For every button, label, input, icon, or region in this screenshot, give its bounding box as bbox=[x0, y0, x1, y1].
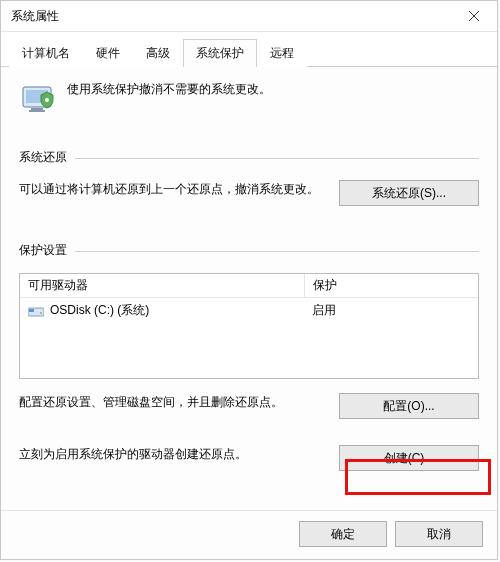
tab-remote[interactable]: 远程 bbox=[257, 39, 307, 67]
tab-content: 使用系统保护撤消不需要的系统更改。 系统还原 可以通过将计算机还原到上一个还原点… bbox=[1, 67, 497, 510]
intro-text: 使用系统保护撤消不需要的系统更改。 bbox=[67, 81, 271, 98]
configure-desc: 配置还原设置、管理磁盘空间，并且删除还原点。 bbox=[19, 393, 339, 412]
table-row[interactable]: OSDisk (C:) (系统) 启用 bbox=[20, 298, 478, 323]
divider bbox=[75, 251, 479, 252]
create-button[interactable]: 创建(C)... bbox=[339, 445, 479, 471]
svg-rect-4 bbox=[31, 108, 43, 110]
drive-name: OSDisk (C:) (系统) bbox=[50, 302, 149, 319]
cancel-button[interactable]: 取消 bbox=[395, 521, 483, 547]
tab-system-protection[interactable]: 系统保护 bbox=[183, 39, 257, 67]
drive-cell: OSDisk (C:) (系统) bbox=[20, 300, 304, 321]
close-button[interactable] bbox=[451, 1, 497, 31]
tab-bar: 计算机名 硬件 高级 系统保护 远程 bbox=[1, 32, 497, 67]
group-system-restore-header: 系统还原 bbox=[19, 149, 479, 166]
shield-monitor-icon bbox=[19, 81, 55, 117]
system-properties-window: 系统属性 计算机名 硬件 高级 系统保护 远程 bbox=[0, 0, 498, 560]
group-system-restore-title: 系统还原 bbox=[19, 149, 67, 166]
svg-rect-8 bbox=[29, 309, 34, 312]
svg-point-9 bbox=[40, 312, 42, 314]
close-icon bbox=[469, 11, 479, 21]
hdd-icon bbox=[28, 305, 44, 317]
system-restore-button[interactable]: 系统还原(S)... bbox=[339, 180, 479, 206]
dialog-footer: 确定 取消 bbox=[1, 510, 497, 559]
system-restore-desc: 可以通过将计算机还原到上一个还原点，撤消系统更改。 bbox=[19, 180, 339, 199]
tab-advanced[interactable]: 高级 bbox=[133, 39, 183, 67]
divider bbox=[75, 158, 479, 159]
tab-computer-name[interactable]: 计算机名 bbox=[9, 39, 83, 67]
drive-table[interactable]: 可用驱动器 保护 OSDisk (C:) (系统) 启用 bbox=[19, 273, 479, 379]
svg-point-6 bbox=[45, 98, 49, 102]
col-drive-header[interactable]: 可用驱动器 bbox=[20, 274, 305, 297]
drive-status: 启用 bbox=[304, 300, 478, 321]
tab-hardware[interactable]: 硬件 bbox=[83, 39, 133, 67]
window-title: 系统属性 bbox=[11, 8, 59, 25]
configure-button[interactable]: 配置(O)... bbox=[339, 393, 479, 419]
titlebar: 系统属性 bbox=[1, 1, 497, 32]
create-row: 立刻为启用系统保护的驱动器创建还原点。 创建(C)... bbox=[19, 445, 479, 471]
titlebar-buttons bbox=[451, 1, 497, 31]
col-status-header[interactable]: 保护 bbox=[305, 274, 478, 297]
group-protection-title: 保护设置 bbox=[19, 242, 67, 259]
system-restore-row: 可以通过将计算机还原到上一个还原点，撤消系统更改。 系统还原(S)... bbox=[19, 180, 479, 206]
ok-button[interactable]: 确定 bbox=[299, 521, 387, 547]
drive-table-header: 可用驱动器 保护 bbox=[20, 274, 478, 298]
intro-row: 使用系统保护撤消不需要的系统更改。 bbox=[19, 81, 479, 117]
svg-rect-5 bbox=[29, 110, 45, 112]
group-protection-header: 保护设置 bbox=[19, 242, 479, 259]
configure-row: 配置还原设置、管理磁盘空间，并且删除还原点。 配置(O)... bbox=[19, 393, 479, 419]
create-desc: 立刻为启用系统保护的驱动器创建还原点。 bbox=[19, 445, 339, 464]
